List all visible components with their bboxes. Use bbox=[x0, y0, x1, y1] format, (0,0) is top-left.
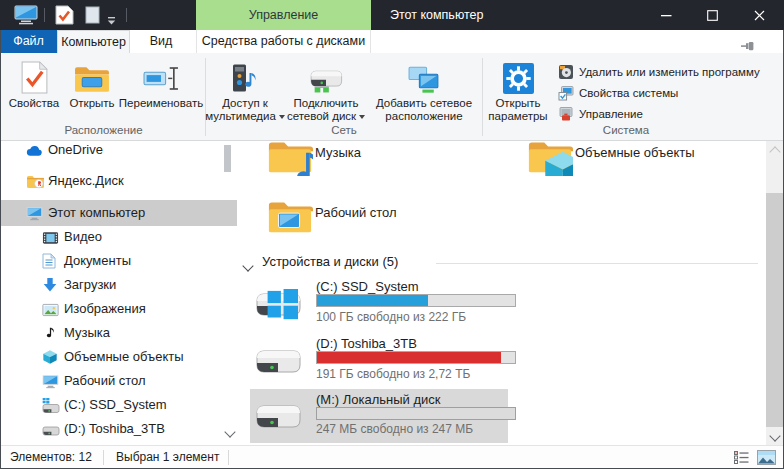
titlebar-separator bbox=[126, 8, 127, 22]
qat-properties-icon[interactable] bbox=[55, 5, 74, 29]
sidebar-item-drive-c[interactable]: (C:) SSD_System bbox=[0, 393, 237, 417]
scrollbar-thumb[interactable] bbox=[766, 193, 783, 427]
uninstall-program-icon bbox=[558, 64, 574, 80]
group-label-system: Система bbox=[482, 123, 770, 137]
media-server-icon bbox=[230, 58, 260, 94]
sidebar-item-yandex-disk[interactable]: Яндекс.Диск bbox=[0, 169, 237, 193]
open-folder-icon bbox=[74, 58, 111, 94]
tab-computer[interactable]: Компьютер bbox=[57, 30, 130, 53]
drive-m-icon bbox=[254, 400, 302, 434]
thumbnails-view-icon bbox=[757, 450, 776, 465]
pictures-icon bbox=[42, 301, 59, 317]
system-properties-button[interactable]: Свойства системы bbox=[558, 84, 678, 101]
sidebar-item-drive-d[interactable]: (D:) Toshiba_3TB bbox=[0, 417, 237, 441]
section-collapse-chevron-icon[interactable] bbox=[242, 260, 253, 271]
scroll-down-icon[interactable] bbox=[769, 430, 780, 441]
section-divider-line bbox=[436, 263, 758, 264]
properties-icon bbox=[21, 58, 48, 94]
drive-usage-bar bbox=[316, 294, 516, 307]
music-note-icon bbox=[42, 325, 59, 341]
file-menu-button[interactable]: Файл bbox=[0, 30, 57, 53]
drive-d-icon bbox=[254, 345, 302, 379]
scroll-up-icon[interactable] bbox=[769, 146, 780, 157]
close-icon bbox=[754, 10, 765, 21]
desktop-folder-icon bbox=[267, 196, 313, 236]
sidebar-item-documents[interactable]: Документы bbox=[0, 249, 237, 273]
yandex-disk-icon bbox=[26, 173, 43, 189]
selection-count: Выбран 1 элемент bbox=[116, 446, 219, 469]
group-label-network: Сеть bbox=[206, 123, 482, 137]
thumbnails-view-button[interactable] bbox=[755, 449, 777, 466]
titlebar-separator bbox=[44, 8, 45, 22]
music-folder-icon bbox=[267, 141, 313, 176]
drive-c-icon bbox=[254, 288, 302, 322]
qat-new-item-icon[interactable] bbox=[85, 6, 100, 28]
titlebar: Управление Этот компьютер bbox=[0, 0, 784, 30]
drive-tile-d[interactable]: (D:) Toshiba_3TB 191 ГБ свободно из 2,72… bbox=[250, 333, 508, 386]
sidebar-item-3d-objects[interactable]: Объемные объекты bbox=[0, 345, 237, 369]
window-border bbox=[0, 30, 1, 469]
statusbar-separator bbox=[228, 450, 229, 465]
details-view-button[interactable] bbox=[730, 449, 752, 466]
group-label-location: Расположение bbox=[2, 123, 205, 137]
maximize-button[interactable] bbox=[689, 0, 735, 30]
maximize-icon bbox=[707, 10, 718, 21]
sidebar-item-onedrive[interactable]: OneDrive bbox=[0, 141, 237, 162]
drive-tile-c[interactable]: (C:) SSD_System 100 ГБ свободно из 222 Г… bbox=[250, 277, 508, 330]
downloads-icon bbox=[42, 277, 59, 293]
details-view-icon bbox=[734, 451, 749, 464]
drive-usage-bar bbox=[316, 351, 516, 364]
documents-icon bbox=[42, 253, 59, 269]
onedrive-icon bbox=[26, 142, 43, 158]
manage-button[interactable]: Управление bbox=[558, 105, 643, 122]
manage-icon bbox=[558, 106, 574, 122]
settings-gear-icon bbox=[503, 58, 534, 94]
minimize-icon bbox=[661, 10, 672, 21]
sidebar-item-videos[interactable]: Видео bbox=[0, 225, 237, 249]
qat-customize-chevron-icon[interactable] bbox=[107, 11, 116, 29]
tab-disk-tools[interactable]: Средства работы с дисками bbox=[196, 30, 371, 53]
drive-icon bbox=[42, 421, 59, 437]
folder-tile-3d-objects[interactable]: Объемные объекты bbox=[510, 141, 760, 188]
ribbon: Свойства Открыть bbox=[0, 53, 784, 141]
drive-usage-bar bbox=[316, 407, 516, 420]
system-properties-icon bbox=[558, 85, 574, 101]
this-pc-window-icon bbox=[14, 5, 38, 29]
sidebar-item-pictures[interactable]: Изображения bbox=[0, 297, 237, 321]
content-area: OneDrive Яндекс.Диск Этот компьютер Виде… bbox=[0, 141, 784, 445]
explorer-window: Управление Этот компьютер Файл Компьютер… bbox=[0, 0, 784, 469]
dropdown-arrow-icon bbox=[279, 115, 285, 119]
close-button[interactable] bbox=[735, 0, 784, 30]
minimize-button[interactable] bbox=[643, 0, 689, 30]
sidebar-item-desktop[interactable]: Рабочий стол bbox=[0, 369, 237, 393]
tab-view[interactable]: Вид bbox=[130, 30, 192, 53]
items-count: Элементов: 12 bbox=[10, 446, 92, 469]
network-location-icon bbox=[407, 58, 442, 94]
window-title: Этот компьютер bbox=[390, 0, 483, 30]
statusbar-separator bbox=[103, 450, 104, 465]
desktop-icon bbox=[42, 373, 59, 389]
dropdown-arrow-icon bbox=[359, 115, 365, 119]
sidebar-item-downloads[interactable]: Загрузки bbox=[0, 273, 237, 297]
rename-icon bbox=[143, 58, 180, 94]
ribbon-tab-bar: Файл Компьютер Вид Средства работы с дис… bbox=[0, 30, 784, 53]
contextual-tab-manage[interactable]: Управление bbox=[196, 0, 371, 30]
uninstall-program-button[interactable]: Удалить или изменить программу bbox=[558, 63, 760, 80]
drive-tile-m-selected[interactable]: (M:) Локальный диск 247 МБ свободно из 2… bbox=[250, 389, 508, 443]
sidebar-item-this-pc[interactable]: Этот компьютер bbox=[0, 201, 237, 225]
folder-tile-music[interactable]: Музыка bbox=[250, 141, 500, 188]
folder-tile-desktop[interactable]: Рабочий стол bbox=[250, 194, 500, 246]
system-drive-icon bbox=[42, 397, 59, 413]
section-devices-header[interactable]: Устройства и диски (5) bbox=[244, 254, 252, 272]
network-drive-icon bbox=[309, 58, 343, 94]
videos-icon bbox=[42, 229, 59, 245]
sidebar-item-music[interactable]: Музыка bbox=[0, 321, 237, 345]
3d-objects-folder-icon bbox=[527, 141, 573, 176]
this-pc-icon bbox=[26, 205, 43, 221]
statusbar: Элементов: 12 Выбран 1 элемент bbox=[0, 445, 784, 469]
sidebar-scrollbar-thumb[interactable] bbox=[224, 145, 231, 172]
vertical-scrollbar[interactable] bbox=[766, 141, 783, 445]
3d-cube-icon bbox=[42, 349, 59, 365]
